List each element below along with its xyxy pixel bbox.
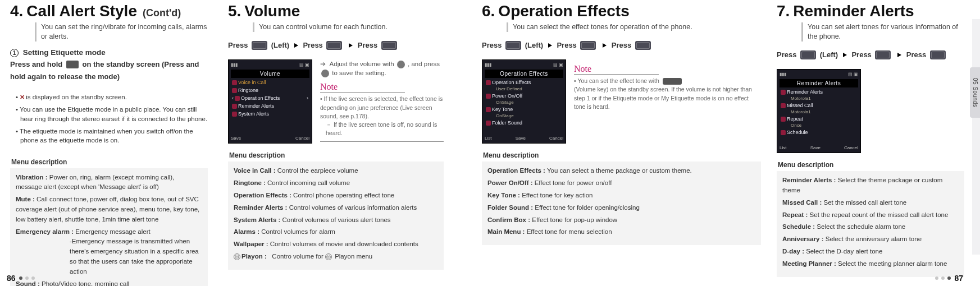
press-label: Press (777, 50, 796, 59)
section-heading: 7. Reminder Alerts (777, 2, 964, 20)
term-desc: Select the schedule alarm tone (817, 223, 905, 230)
section-call-alert-style: 4. Call Alert Style (Cont'd) You can set… (0, 0, 218, 286)
press-left: (Left) (820, 50, 838, 59)
hold-instruction: Press and hold on the standby screen (Pr… (10, 58, 208, 83)
term: Main Menu : (487, 228, 525, 235)
key-sequence: Press (Left) Press Press (777, 48, 964, 61)
menu-description-label: Menu description (229, 151, 444, 159)
term: Reminder Alerts : (782, 177, 836, 183)
status-bar-icon: ▮▮▮▤ ▣ (231, 62, 309, 67)
etiquette-notes: ✕is displayed on the standby screen. You… (10, 93, 208, 148)
press-label: Press (358, 41, 377, 49)
arrow-icon (603, 43, 607, 48)
press-label: Press (612, 41, 631, 49)
menu-item: Missed Call (787, 103, 813, 108)
term: Anniversary : (782, 236, 824, 242)
term: Missed Call : (782, 199, 822, 206)
list-item: The etiquette mode is maintained when yo… (16, 127, 208, 145)
term: Schedule : (782, 223, 815, 230)
press-label: Press (906, 50, 926, 59)
press-left: (Left) (525, 41, 544, 49)
term: Power On/Off : (487, 179, 533, 186)
term: System Alerts : (234, 216, 280, 223)
adjust-text: , and press (408, 61, 440, 67)
soft-key-label: Cancel (844, 145, 858, 150)
term: Meeting Planner : (782, 260, 836, 267)
term-desc: Call connect tone, power off, dialog box… (16, 196, 199, 223)
section-number: 4. (10, 2, 23, 20)
screenshot-row: ▮▮▮▤ ▣ Reminder Alerts Reminder Alerts M… (777, 69, 964, 153)
key-sequence: Press (Left) Press Press (228, 39, 444, 52)
term-desc: Control volumes of movie and downloaded … (270, 241, 418, 247)
num2-key-icon (580, 41, 596, 50)
term: Vibration : (16, 174, 48, 181)
term: Key Tone : (487, 192, 520, 199)
menu-item: Key Tone (492, 107, 513, 112)
note-block: Note • You can set the effect tone with … (574, 59, 761, 111)
term: Confirm Box : (487, 216, 530, 223)
num6-key-icon (635, 41, 651, 50)
section-title: Volume (244, 2, 300, 20)
num2-key-icon (875, 50, 891, 59)
term-desc: Contro volume for (272, 253, 323, 260)
term-desc: Control incoming call volume (267, 179, 350, 186)
section-title: Reminder Alerts (793, 2, 914, 20)
term-desc: Set the repeat count of the missed call … (810, 211, 949, 218)
term: Mute : (16, 196, 35, 202)
menu-description-label: Menu description (11, 158, 208, 166)
section-continued: (Cont'd) (143, 7, 181, 19)
section-heading: 4. Call Alert Style (Cont'd) (10, 2, 208, 20)
key-sequence: Press (Left) Press Press (482, 39, 761, 52)
menu-item: Reminder Alerts (238, 103, 274, 109)
soft-key-label: Save (231, 136, 241, 141)
arrow-icon (294, 43, 298, 48)
chapter-tab: 05 Sounds (970, 67, 980, 118)
soft-key-label: Save (810, 145, 821, 150)
section-heading: 6. Operation Effects (482, 2, 761, 20)
term-desc: Effect tone for folder opening/closing (535, 204, 639, 211)
soft-key-label: List (485, 136, 491, 141)
adjust-tip: ➔ Adjust the volume with , and press to … (320, 59, 444, 77)
section-volume: 5. Volume You can control volume for eac… (218, 0, 454, 286)
term-desc: Playon menu (335, 253, 372, 260)
menu-item: Voice in Call (238, 80, 266, 85)
term: Operation Effects : (487, 167, 545, 174)
term-desc: Photo/Video tone, morning call (42, 280, 129, 286)
note-sub: － If the live screen tone is off, no sou… (320, 121, 444, 137)
note-heading: Note (574, 64, 659, 75)
note-heading: Note (320, 82, 405, 93)
note-text: You can set the effect tone with (577, 77, 659, 84)
menu-description-label: Menu description (483, 151, 761, 159)
term: Ringtone : (234, 179, 266, 186)
note-text: If the live screen is selected, the effe… (320, 95, 443, 119)
section-heading: 5. Volume (228, 2, 444, 20)
phone-screenshot-volume: ▮▮▮▤ ▣ Volume Voice in Call Ringtone ‹Op… (228, 59, 312, 144)
menu-item-value: User Defined (485, 86, 563, 91)
press-label: Press (228, 41, 248, 49)
term-desc: Control volumes of various information a… (289, 204, 417, 211)
num5-key-icon (381, 41, 397, 50)
menu-item: System Alerts (238, 111, 269, 117)
chapter-tab-label: 05 Sounds (972, 78, 978, 107)
soft-key-label: List (780, 145, 786, 150)
term: Voice in Call : (234, 167, 276, 174)
list-item: You can use the Etiquette mode in a publ… (16, 105, 208, 123)
term-desc: Control volumes of various alert tones (282, 216, 391, 223)
menu-item: Schedule (787, 130, 808, 135)
term-desc: Control volumes for alarm (261, 228, 335, 235)
page-number: 86 (7, 274, 16, 283)
term-desc: Control phone operating effect tone (293, 192, 394, 199)
section-number: 7. (777, 2, 790, 20)
soft-key-icon (800, 50, 816, 59)
term: D-day : (782, 248, 804, 255)
press-label: Press (482, 41, 502, 49)
term-desc: Effect tone for key action (522, 192, 592, 199)
menu-item-value: OnStage (485, 113, 563, 118)
right-margin (972, 19, 980, 255)
term-desc: Set the missed call alert tone (824, 199, 907, 206)
adjust-text: Adjust the volume with (330, 61, 394, 67)
menu-item-value: OnStage (485, 100, 563, 105)
menu-item: Operation Effects (241, 95, 280, 101)
m-icon: ⓜ (234, 253, 240, 260)
term-desc: You can select a theme package or custom… (547, 167, 692, 174)
